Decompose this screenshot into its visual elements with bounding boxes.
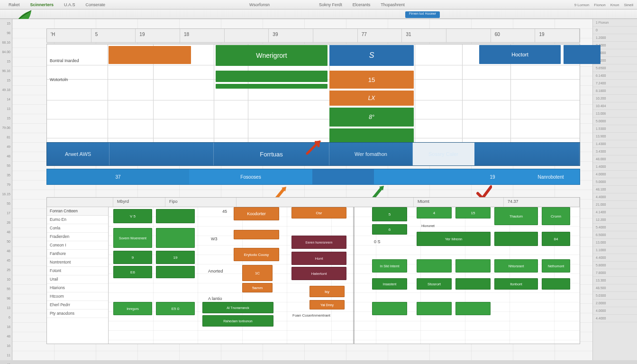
chip-or-1[interactable]: Erytodo Coosy: [234, 248, 279, 261]
side-cell[interactable]: 0: [593, 27, 637, 34]
side-cell[interactable]: 5.0000: [593, 178, 637, 186]
side-item[interactable]: Pty anaodons: [47, 309, 108, 318]
ribbon-tab-4[interactable]: Wsorfonsn: [249, 2, 270, 7]
side-cell[interactable]: 1.5300: [593, 125, 637, 133]
row-num[interactable]: 14: [0, 95, 12, 104]
lh-4[interactable]: Mtomt: [414, 198, 504, 207]
col-1[interactable]: 5: [91, 29, 136, 42]
row-num[interactable]: 13: [0, 104, 12, 114]
row-num[interactable]: 55: [0, 199, 12, 209]
r-t-7[interactable]: [455, 259, 491, 273]
side-item[interactable]: Eumo En: [47, 216, 108, 224]
side-cell[interactable]: 13.006: [593, 110, 637, 118]
r-t-13[interactable]: Itonbont: [494, 278, 538, 290]
col-5[interactable]: 39: [269, 29, 313, 42]
r-t-3[interactable]: Cronn: [542, 207, 570, 225]
r-t-0[interactable]: 4: [417, 207, 452, 218]
row-num[interactable]: 28: [0, 218, 12, 228]
col-0[interactable]: 'H: [47, 29, 91, 42]
side-item[interactable]: Conla: [47, 224, 108, 233]
r-b-2[interactable]: [455, 302, 491, 315]
r-t-11[interactable]: Stosrort: [417, 278, 452, 290]
col-2[interactable]: 19: [136, 29, 180, 42]
r-t-4[interactable]: Yer Mrenn: [417, 232, 491, 246]
r-b-1[interactable]: [417, 302, 452, 315]
side-item[interactable]: Fradierden: [47, 233, 108, 241]
mid-or-1[interactable]: Yal Dnny: [309, 300, 345, 309]
row-num[interactable]: 16: [0, 341, 12, 351]
sub-a[interactable]: 37: [47, 169, 189, 184]
task-blue-right2[interactable]: [564, 45, 601, 64]
band-seg-1[interactable]: Forrtuas: [214, 143, 329, 165]
task-green-3[interactable]: [216, 84, 328, 89]
r-t-5[interactable]: In Slid Intemt: [372, 259, 407, 273]
r-t-1[interactable]: 15: [455, 207, 491, 218]
task-green-header[interactable]: Wnerigrort: [216, 45, 328, 66]
band-seg-0[interactable]: Arwet AWS: [47, 143, 109, 165]
row-num[interactable]: 84.00: [0, 47, 12, 57]
chip-l-9[interactable]: E5 0: [156, 302, 195, 315]
row-num[interactable]: 17: [0, 209, 12, 218]
col-11[interactable]: 19: [535, 29, 580, 42]
row-num[interactable]: 48: [0, 228, 12, 237]
side-item[interactable]: Fotont: [47, 267, 108, 275]
row-num[interactable]: 79.06: [0, 123, 12, 133]
task-green-2[interactable]: [216, 71, 328, 82]
row-num[interactable]: 98: [0, 28, 12, 38]
lower-grid[interactable]: 45 V 5 Sovem Woerenent 9 19 E6 A lantio …: [109, 207, 580, 344]
side-cell[interactable]: 8.1800: [593, 87, 637, 95]
side-item[interactable]: Nontrentont: [47, 258, 108, 267]
band-seg-3[interactable]: Sossry Caler: [413, 143, 474, 165]
chip-l-4[interactable]: 9: [113, 251, 152, 264]
side-cell[interactable]: 4.4000: [593, 315, 637, 322]
chip-l-8[interactable]: Innrgors: [113, 302, 152, 315]
chip-or-0[interactable]: Koodorter: [234, 207, 279, 220]
tray-2[interactable]: Knon: [610, 3, 619, 7]
row-num[interactable]: 98: [0, 294, 12, 303]
side-item[interactable]: Eherl Pedrr: [47, 301, 108, 309]
row-num[interactable]: 13: [0, 303, 12, 313]
row-num[interactable]: 68.16: [0, 38, 12, 47]
row-num[interactable]: 49.18: [0, 85, 12, 95]
lh-1[interactable]: Mbyrd: [113, 198, 165, 207]
row-num[interactable]: 55: [0, 161, 12, 171]
task-blue-s[interactable]: S: [329, 45, 414, 66]
task-orange-top[interactable]: [109, 46, 191, 64]
ribbon-tab-6[interactable]: Elcerants: [353, 2, 371, 7]
side-cell[interactable]: 21.000: [593, 201, 637, 209]
row-num[interactable]: 11: [0, 351, 12, 360]
r-t-14[interactable]: [542, 278, 570, 290]
side-cell[interactable]: 7.2400: [593, 80, 637, 87]
ribbon-tab-3[interactable]: Conserate: [86, 2, 106, 7]
sub-e[interactable]: Nanrobotent: [521, 169, 581, 184]
row-num[interactable]: 48: [0, 152, 12, 161]
r-t-2[interactable]: Thaotorn: [494, 207, 538, 225]
side-cell[interactable]: 4.4000: [593, 254, 637, 262]
row-num[interactable]: 25: [0, 265, 12, 275]
chip-l-7[interactable]: [156, 266, 195, 278]
side-cell[interactable]: 10.200: [593, 95, 637, 102]
row-num[interactable]: 81: [0, 133, 12, 142]
col-9[interactable]: [446, 29, 491, 42]
tray-1[interactable]: Fionon: [594, 3, 605, 7]
r-pair-1[interactable]: 6: [372, 224, 407, 235]
mid-title[interactable]: Osr: [291, 207, 346, 218]
r-num[interactable]: 84: [542, 232, 570, 246]
side-cell[interactable]: 4.1400: [593, 209, 637, 216]
col-3[interactable]: 18: [180, 29, 225, 42]
side-cell[interactable]: 6.5000: [593, 231, 637, 239]
row-num[interactable]: 48: [0, 332, 12, 341]
lh-3[interactable]: [237, 198, 414, 207]
side-cell[interactable]: 4.4000: [593, 193, 637, 201]
side-cell[interactable]: 13.300: [593, 277, 637, 284]
side-item[interactable]: Htarions: [47, 284, 108, 292]
side-cell[interactable]: 5.8000: [593, 262, 637, 269]
row-num[interactable]: 96.16: [0, 66, 12, 76]
row-num[interactable]: 18: [0, 322, 12, 332]
band-seg-2[interactable]: Wer fomathon: [329, 143, 413, 165]
side-cell[interactable]: 1.2000: [593, 34, 637, 42]
chip-l-5[interactable]: 19: [156, 251, 195, 264]
chip-or-3[interactable]: 5amm: [242, 283, 273, 292]
col-8[interactable]: 31: [402, 29, 446, 42]
side-cell[interactable]: 48.500: [593, 284, 637, 292]
